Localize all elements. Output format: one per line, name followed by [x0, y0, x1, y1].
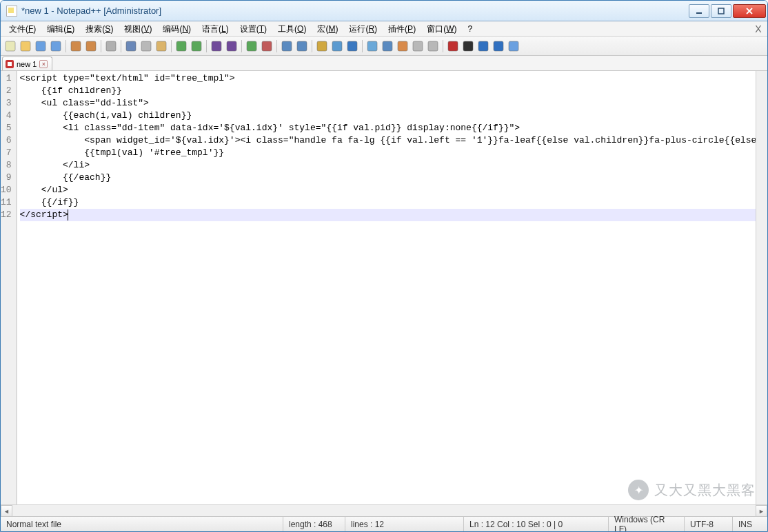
- close-icon[interactable]: [69, 39, 83, 53]
- close-all-icon[interactable]: [84, 39, 98, 53]
- paste-icon[interactable]: [154, 39, 168, 53]
- status-eol[interactable]: Windows (CR LF): [609, 517, 685, 531]
- menu-n[interactable]: 编码(N): [157, 22, 196, 36]
- line-number: 1: [1, 72, 12, 85]
- svg-rect-13: [192, 41, 201, 51]
- code-line[interactable]: </script>: [20, 209, 767, 221]
- undo-icon[interactable]: [174, 39, 188, 53]
- menubar-close-button[interactable]: X: [752, 23, 765, 35]
- svg-rect-27: [428, 41, 438, 51]
- svg-rect-2: [6, 41, 15, 51]
- code-line[interactable]: {{/if}}: [20, 196, 767, 209]
- scroll-right-button[interactable]: ►: [756, 505, 767, 517]
- svg-rect-3: [21, 41, 30, 51]
- menu-s[interactable]: 搜索(S): [80, 22, 119, 36]
- status-length: length : 468: [283, 517, 345, 531]
- save-all-icon[interactable]: [49, 39, 63, 53]
- save-icon[interactable]: [34, 39, 48, 53]
- toolbar-separator: [276, 40, 277, 52]
- func-list-icon[interactable]: [411, 39, 425, 53]
- sync-h-icon[interactable]: [295, 39, 309, 53]
- cut-icon[interactable]: [124, 39, 138, 53]
- horizontal-scrollbar[interactable]: ◄ ►: [1, 504, 767, 516]
- find-icon[interactable]: [210, 39, 223, 53]
- redo-icon[interactable]: [190, 39, 203, 53]
- scroll-track[interactable]: [12, 505, 756, 516]
- code-line[interactable]: <li class="dd-item" data-idx='${val.idx}…: [20, 122, 767, 134]
- tab-close-button[interactable]: ×: [39, 60, 48, 68]
- code-line[interactable]: <script type="text/html" id="tree_tmpl">: [20, 72, 767, 85]
- line-number: 3: [1, 97, 12, 110]
- code-line[interactable]: {{each(i,val) children}}: [20, 110, 767, 122]
- editor[interactable]: 123456789101112 <script type="text/html"…: [1, 71, 767, 504]
- code-line[interactable]: {{/each}}: [20, 172, 767, 184]
- tab-new1[interactable]: new 1 ×: [2, 57, 52, 70]
- status-filetype: Normal text file: [1, 517, 283, 531]
- menu-r[interactable]: 运行(R): [343, 22, 383, 36]
- new-file-icon[interactable]: [3, 39, 17, 53]
- status-encoding[interactable]: UTF-8: [685, 517, 733, 531]
- code-line[interactable]: </ul>: [20, 184, 767, 196]
- line-number: 8: [1, 159, 12, 172]
- svg-rect-10: [141, 41, 151, 51]
- code-line[interactable]: {{if children}}: [20, 85, 767, 97]
- menu-l[interactable]: 语言(L): [196, 22, 234, 36]
- menu-f[interactable]: 文件(F): [3, 22, 41, 36]
- save-macro-icon[interactable]: [507, 39, 521, 53]
- status-insert-mode[interactable]: INS: [733, 517, 767, 531]
- svg-rect-20: [317, 41, 327, 51]
- code-area[interactable]: <script type="text/html" id="tree_tmpl">…: [17, 71, 767, 504]
- window-close-button[interactable]: [733, 4, 766, 18]
- line-number: 11: [1, 196, 12, 209]
- play-multi-icon[interactable]: [492, 39, 505, 53]
- open-icon[interactable]: [19, 39, 32, 53]
- svg-rect-25: [398, 41, 407, 51]
- maximize-button[interactable]: [711, 4, 731, 18]
- print-icon[interactable]: [104, 39, 118, 53]
- vertical-scrollbar[interactable]: [756, 71, 767, 504]
- menu-v[interactable]: 视图(V): [119, 22, 157, 36]
- scroll-left-button[interactable]: ◄: [1, 505, 12, 517]
- stop-icon[interactable]: [461, 39, 475, 53]
- replace-icon[interactable]: [225, 39, 239, 53]
- wordwrap-icon[interactable]: [315, 39, 329, 53]
- sync-v-icon[interactable]: [280, 39, 294, 53]
- code-line[interactable]: {{tmpl(val) '#tree_tmpl'}}: [20, 147, 767, 159]
- app-icon: [6, 6, 17, 17]
- minimize-button[interactable]: [689, 4, 709, 18]
- menu-t[interactable]: 设置(T): [234, 22, 272, 36]
- menu-w[interactable]: 窗口(W): [421, 22, 462, 36]
- svg-rect-24: [383, 41, 392, 51]
- indent-guide-icon[interactable]: [345, 39, 359, 53]
- play-icon[interactable]: [476, 39, 490, 53]
- code-line[interactable]: </li>: [20, 159, 767, 172]
- toolbar: [1, 37, 767, 56]
- line-number-gutter: 123456789101112: [1, 71, 17, 504]
- zoom-out-icon[interactable]: [260, 39, 274, 53]
- toolbar-separator: [362, 40, 363, 52]
- show-all-icon[interactable]: [330, 39, 344, 53]
- svg-rect-0: [696, 12, 702, 14]
- watermark-text: 又大又黑大黑客: [654, 481, 756, 500]
- menu-help[interactable]: ?: [462, 22, 478, 36]
- copy-icon[interactable]: [139, 39, 153, 53]
- menu-e[interactable]: 编辑(E): [41, 22, 80, 36]
- code-line[interactable]: <ul class="dd-list">: [20, 97, 767, 110]
- lang-icon[interactable]: [365, 39, 379, 53]
- svg-rect-1: [718, 8, 724, 14]
- menu-o[interactable]: 工具(O): [272, 22, 312, 36]
- menu-p[interactable]: 插件(P): [383, 22, 421, 36]
- svg-rect-8: [106, 41, 116, 51]
- code-line[interactable]: <span widget_id='${val.idx}'><i class="h…: [20, 134, 767, 147]
- svg-rect-28: [448, 41, 458, 51]
- titlebar[interactable]: *new 1 - Notepad++ [Administrator]: [1, 1, 767, 21]
- monitor-icon[interactable]: [381, 39, 394, 53]
- line-number: 10: [1, 184, 12, 196]
- line-number: 4: [1, 110, 12, 122]
- line-number: 7: [1, 147, 12, 159]
- zoom-in-icon[interactable]: [245, 39, 259, 53]
- folder-icon[interactable]: [426, 39, 440, 53]
- doc-map-icon[interactable]: [396, 39, 410, 53]
- record-icon[interactable]: [446, 39, 460, 53]
- menu-m[interactable]: 宏(M): [312, 22, 343, 36]
